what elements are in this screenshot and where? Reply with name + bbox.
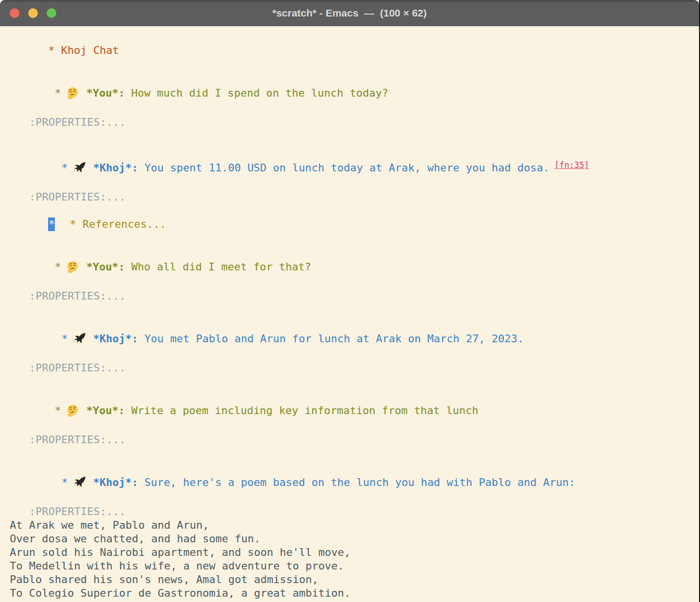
blank-line xyxy=(0,447,699,460)
poem-line: We talked and laughed, over food and dri… xyxy=(0,600,699,602)
org-heading-khoj-chat: *Khoj Chat xyxy=(0,30,699,71)
chat-message-you: **You*:How much did I spend on the lunch… xyxy=(0,71,699,116)
org-star: * xyxy=(61,476,67,489)
speaker-label: *Khoj*: xyxy=(93,333,138,345)
speaker-label: *Khoj*: xyxy=(93,162,138,174)
speaker-label: *You*: xyxy=(86,261,125,273)
properties-drawer[interactable]: :PROPERTIES:... xyxy=(0,433,699,447)
properties-drawer[interactable]: :PROPERTIES:... xyxy=(0,361,699,375)
blank-line xyxy=(0,375,699,388)
references-line: ** References... xyxy=(0,204,699,245)
close-button[interactable] xyxy=(10,8,19,18)
eagle-icon xyxy=(68,162,93,174)
references-heading[interactable]: * References... xyxy=(69,218,166,230)
properties-drawer[interactable]: :PROPERTIES:... xyxy=(0,289,699,303)
org-star: * xyxy=(54,404,61,418)
org-star: * xyxy=(54,260,61,274)
text-cursor: * xyxy=(48,217,55,231)
chat-message-you: **You*:Write a poem including key inform… xyxy=(0,388,699,433)
minimize-button[interactable] xyxy=(28,8,38,18)
chat-message-khoj: **Khoj*:You spent 11.00 USD on lunch tod… xyxy=(0,143,699,190)
doc-title-text: Khoj Chat xyxy=(61,44,119,56)
poem-line: Over dosa we chatted, and had some fun. xyxy=(0,532,699,546)
emacs-buffer[interactable]: *Khoj Chat **You*:How much did I spend o… xyxy=(0,26,699,602)
message-text: Who all did I meet for that? xyxy=(131,261,311,273)
properties-drawer[interactable]: :PROPERTIES:... xyxy=(0,190,699,204)
speaker-label: *You*: xyxy=(86,87,125,99)
poem-line: Pablo shared his son's news, Amal got ad… xyxy=(0,573,699,586)
properties-drawer[interactable]: :PROPERTIES:... xyxy=(0,116,699,129)
org-star: * xyxy=(61,161,67,175)
traffic-lights xyxy=(10,0,56,26)
footnote-link[interactable]: [fn:35] xyxy=(554,160,589,170)
chat-message-khoj: **Khoj*:You met Pablo and Arun for lunch… xyxy=(0,317,699,361)
thinking-face-icon xyxy=(61,87,86,99)
poem-line: Arun sold his Nairobi apartment, and soo… xyxy=(0,546,699,559)
message-text: How much did I spend on the lunch today? xyxy=(131,87,388,99)
chat-message-khoj: **Khoj*:Sure, here's a poem based on the… xyxy=(0,460,699,505)
speaker-label: *Khoj*: xyxy=(93,476,138,488)
org-star: * xyxy=(48,44,54,57)
org-star: * xyxy=(61,332,67,346)
org-star: * xyxy=(54,86,61,100)
thinking-face-icon xyxy=(61,404,86,417)
chat-message-you: **You*:Who all did I meet for that? xyxy=(0,245,699,289)
window-title: *scratch* - Emacs — (100 × 62) xyxy=(272,7,427,19)
blank-line xyxy=(0,303,699,317)
emacs-window: *scratch* - Emacs — (100 × 62) *Khoj Cha… xyxy=(0,0,700,602)
poem-line: To Medellin with his wife, a new adventu… xyxy=(0,559,699,573)
poem-line: To Colegio Superior de Gastronomia, a gr… xyxy=(0,586,699,600)
eagle-icon xyxy=(68,476,93,488)
thinking-face-icon xyxy=(61,261,86,273)
message-text: You met Pablo and Arun for lunch at Arak… xyxy=(144,333,523,345)
zoom-button[interactable] xyxy=(47,8,56,18)
blank-line xyxy=(0,129,699,143)
message-text: Write a poem including key information f… xyxy=(131,404,478,417)
poem-line: At Arak we met, Pablo and Arun, xyxy=(0,518,699,532)
eagle-icon xyxy=(68,333,93,345)
speaker-label: *You*: xyxy=(86,404,125,417)
titlebar[interactable]: *scratch* - Emacs — (100 × 62) xyxy=(0,0,699,26)
message-text: You spent 11.00 USD on lunch today at Ar… xyxy=(144,162,549,174)
properties-drawer[interactable]: :PROPERTIES:... xyxy=(0,505,699,518)
message-text: Sure, here's a poem based on the lunch y… xyxy=(144,476,575,488)
